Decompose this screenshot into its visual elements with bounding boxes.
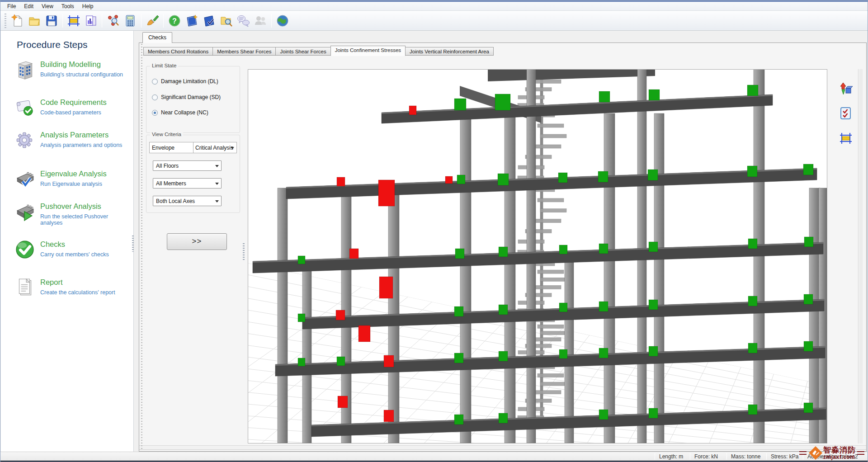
floors-dropdown[interactable]: All Floors [153, 160, 222, 171]
examples-button[interactable] [200, 12, 217, 29]
tutorials-button[interactable] [183, 12, 200, 29]
joint-marker[interactable] [649, 346, 658, 356]
sidebar-item-pushover-analysis[interactable]: Pushover AnalysisRun the selected Pushov… [14, 201, 127, 226]
joint-marker[interactable] [804, 294, 813, 304]
display-options-button[interactable] [144, 12, 161, 29]
joint-marker[interactable] [599, 302, 608, 311]
sidebar-item-analysis-parameters[interactable]: Analysis ParametersAnalysis parameters a… [14, 130, 127, 151]
joint-marker[interactable] [649, 300, 658, 310]
tab-joints-vertical-reinforcement-area[interactable]: Joints Vertical Reinforcement Area [406, 47, 494, 56]
joint-marker[interactable] [559, 245, 567, 254]
radio-dot[interactable] [152, 79, 158, 85]
menu-file[interactable]: File [3, 2, 20, 10]
panel-splitter-left[interactable] [141, 44, 142, 450]
joint-marker[interactable] [804, 237, 813, 247]
model-viewer-button[interactable] [104, 12, 122, 29]
joint-marker[interactable] [649, 242, 658, 252]
radio-dot[interactable] [152, 110, 158, 116]
joint-marker[interactable] [337, 177, 345, 186]
search-folder-button[interactable] [217, 12, 235, 29]
joint-marker[interactable] [454, 99, 466, 110]
frame-sections-button[interactable] [65, 12, 82, 29]
joint-marker[interactable] [454, 353, 463, 363]
joint-marker[interactable] [499, 247, 508, 257]
joint-marker[interactable] [648, 170, 658, 180]
joint-marker[interactable] [499, 305, 508, 315]
save-project-button[interactable] [43, 12, 60, 29]
joint-marker[interactable] [558, 173, 567, 183]
deformed-shape-button[interactable] [838, 81, 854, 97]
joint-marker[interactable] [803, 164, 813, 175]
open-project-button[interactable] [26, 12, 43, 29]
structure-viewport[interactable] [248, 69, 827, 443]
joint-marker[interactable] [455, 249, 464, 259]
radio-damage-limitation[interactable]: Damage Limitation (DL) [152, 78, 218, 85]
panel-splitter-handle[interactable] [243, 243, 245, 261]
tab-joints-confinement-stresses[interactable]: Joints Confinement Stresses [330, 46, 406, 56]
menu-tools[interactable]: Tools [57, 2, 78, 10]
sidebar-item-eigenvalue-analysis[interactable]: Eigenvalue AnalysisRun Eigenvalue analys… [14, 169, 127, 189]
joint-marker[interactable] [747, 85, 758, 96]
sidebar-splitter[interactable] [132, 236, 134, 252]
joint-marker[interactable] [378, 180, 395, 206]
joint-marker[interactable] [409, 106, 416, 115]
joint-marker[interactable] [499, 351, 508, 361]
axes-dropdown[interactable]: Both Local Axes [153, 196, 222, 206]
radio-near-collapse[interactable]: Near Collapse (NC) [152, 109, 208, 116]
envelope-combo[interactable]: Critical Analysis [193, 142, 236, 153]
joint-marker[interactable] [748, 239, 757, 249]
joint-marker[interactable] [804, 403, 813, 413]
joint-marker[interactable] [498, 174, 509, 185]
website-button[interactable] [274, 12, 291, 29]
radio-dot[interactable] [152, 94, 158, 100]
joint-marker[interactable] [457, 175, 465, 184]
radio-significant-damage[interactable]: Significant Damage (SD) [152, 94, 221, 100]
joint-marker[interactable] [384, 410, 394, 422]
joint-marker[interactable] [495, 94, 510, 110]
sidebar-item-code-requirements[interactable]: Code RequirementsCode-based parameters [14, 97, 127, 118]
checks-list-button[interactable] [838, 105, 854, 122]
joint-marker[interactable] [748, 405, 757, 415]
joint-marker[interactable] [598, 171, 608, 182]
menu-help[interactable]: Help [78, 2, 98, 10]
joint-marker[interactable] [349, 249, 359, 259]
joint-marker[interactable] [747, 166, 757, 177]
menu-view[interactable]: View [38, 2, 57, 10]
tab-checks[interactable]: Checks [142, 32, 172, 43]
frame-view-button[interactable] [838, 130, 854, 146]
joint-marker[interactable] [298, 314, 305, 322]
help-button[interactable]: ? [166, 12, 183, 29]
apply-button[interactable]: >> [167, 233, 227, 250]
joint-marker[interactable] [338, 396, 348, 408]
joint-marker[interactable] [379, 277, 393, 298]
joint-marker[interactable] [559, 303, 567, 312]
sidebar-item-building-modelling[interactable]: Building ModellingBuilding's structural … [14, 59, 127, 80]
tab-members-chord-rotations[interactable]: Members Chord Rotations [143, 47, 213, 56]
members-dropdown[interactable]: All Members [153, 178, 222, 189]
joint-marker[interactable] [599, 91, 610, 102]
joint-marker[interactable] [298, 358, 305, 366]
joint-marker[interactable] [384, 355, 394, 367]
forum-button[interactable] [235, 12, 252, 29]
joint-marker[interactable] [337, 357, 345, 366]
joint-marker[interactable] [599, 348, 608, 358]
toolbar-grip[interactable] [5, 14, 6, 28]
joint-marker[interactable] [359, 325, 370, 342]
report-preview-button[interactable] [82, 12, 99, 29]
joint-marker[interactable] [748, 296, 757, 306]
joint-marker[interactable] [445, 176, 453, 184]
joint-marker[interactable] [599, 244, 608, 254]
sidebar-item-report[interactable]: ReportCreate the calculations' report [14, 277, 127, 298]
sidebar-item-checks[interactable]: ChecksCarry out members' checks [14, 239, 127, 260]
right-panel-splitter[interactable] [858, 69, 862, 443]
joint-marker[interactable] [454, 306, 463, 316]
joint-marker[interactable] [649, 408, 658, 418]
new-project-button[interactable] [9, 12, 26, 29]
joint-marker[interactable] [649, 90, 660, 100]
joint-marker[interactable] [298, 256, 305, 264]
joint-marker[interactable] [559, 349, 567, 358]
menu-edit[interactable]: Edit [20, 2, 38, 10]
joint-marker[interactable] [336, 310, 345, 320]
calculator-button[interactable] [122, 12, 139, 29]
tab-members-shear-forces[interactable]: Members Shear Forces [213, 47, 276, 56]
